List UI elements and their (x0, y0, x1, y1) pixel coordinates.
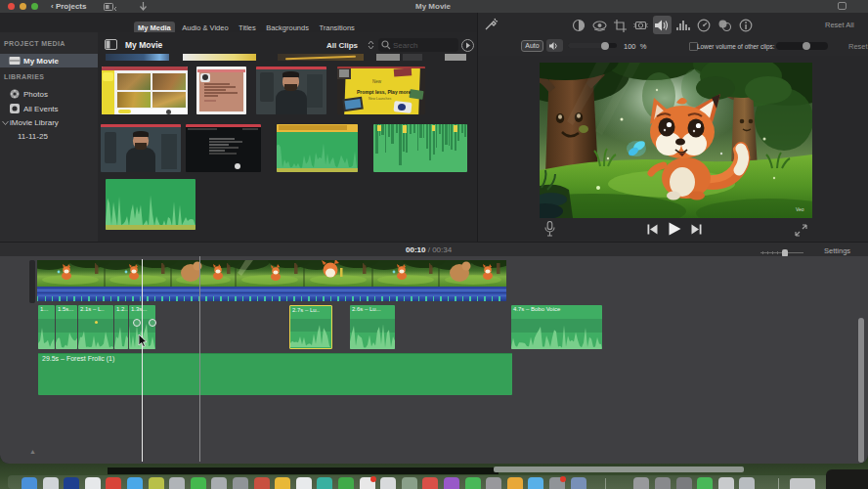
svg-text:Veo: Veo (796, 206, 804, 212)
